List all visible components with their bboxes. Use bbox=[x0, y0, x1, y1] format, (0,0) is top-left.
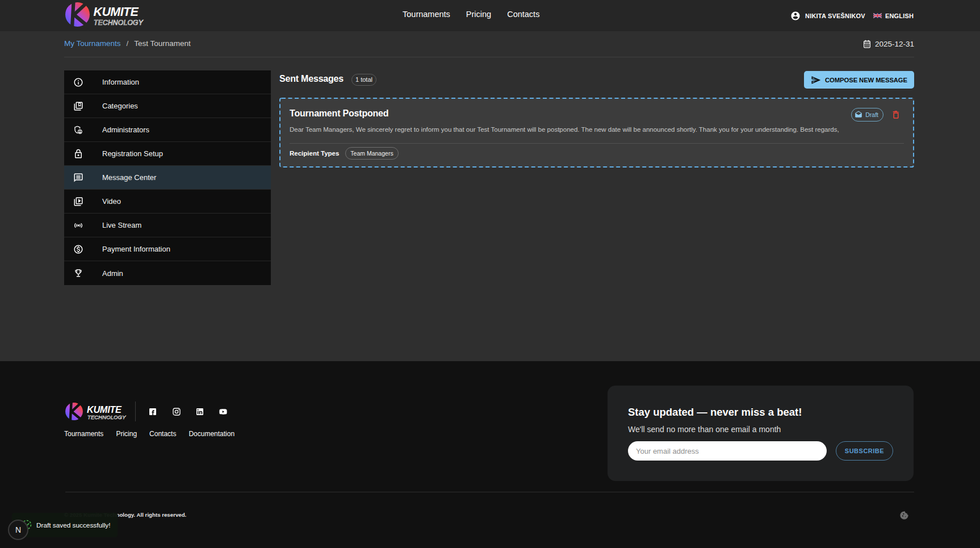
svg-text:TECHNOLOGY: TECHNOLOGY bbox=[94, 19, 144, 27]
svg-text:KUMITE: KUMITE bbox=[87, 404, 122, 415]
svg-text:KUMITE: KUMITE bbox=[94, 5, 139, 19]
svg-text:TECHNOLOGY: TECHNOLOGY bbox=[87, 414, 126, 420]
